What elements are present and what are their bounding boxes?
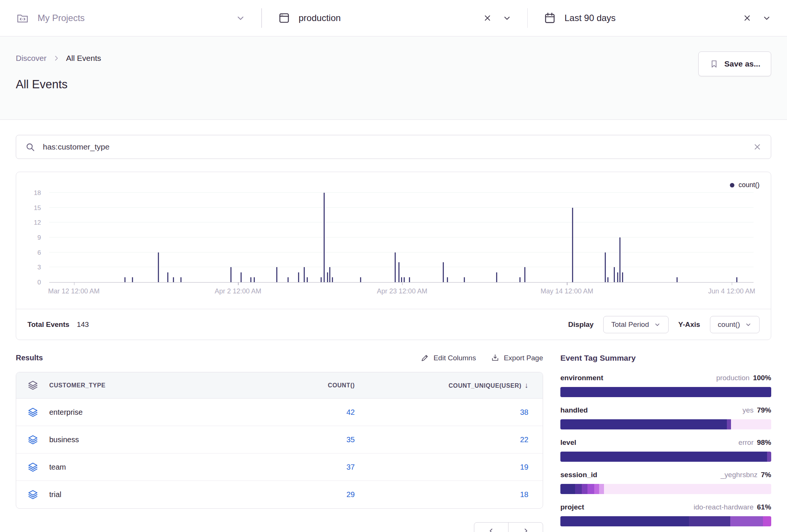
chevron-down-icon (654, 321, 661, 328)
chart-bar[interactable] (443, 262, 444, 282)
clear-environment-icon[interactable] (483, 14, 492, 23)
chart-bar[interactable] (298, 272, 299, 282)
tag-name[interactable]: project (560, 503, 584, 511)
chart-bar[interactable] (132, 277, 133, 282)
display-select[interactable]: Total Period (603, 316, 668, 333)
chart-bar[interactable] (329, 267, 330, 282)
chevron-down-icon[interactable] (236, 13, 245, 23)
chart-bar[interactable] (496, 272, 497, 282)
chart-bar[interactable] (619, 237, 621, 282)
cell-count[interactable]: 37 (227, 463, 355, 472)
chart-bar[interactable] (230, 267, 232, 282)
chart-bar[interactable] (401, 277, 402, 282)
tag-distribution-bar[interactable] (560, 387, 771, 397)
chart-bar[interactable] (173, 277, 174, 282)
chart-bar[interactable] (395, 252, 396, 282)
tag-name[interactable]: session_id (560, 471, 597, 479)
tag-percent: 98% (757, 438, 771, 447)
table-row: enterprise 42 38 (16, 399, 543, 426)
chart-bar[interactable] (409, 277, 410, 282)
chart-bar[interactable] (519, 277, 521, 282)
chart-bar[interactable] (447, 277, 448, 282)
edit-columns-button[interactable]: Edit Columns (421, 354, 476, 362)
chart-bar[interactable] (677, 277, 678, 282)
cell-count-unique[interactable]: 38 (355, 408, 543, 417)
chart-bar[interactable] (327, 272, 328, 282)
chart-bar[interactable] (622, 272, 623, 282)
tag-distribution-bar[interactable] (560, 484, 771, 494)
chart-bar[interactable] (607, 277, 608, 282)
yaxis-select[interactable]: count() (710, 316, 760, 333)
tag-bar-segment (599, 484, 604, 494)
stack-icon[interactable] (16, 489, 49, 500)
chart-bar[interactable] (167, 272, 168, 282)
tag-distribution-bar[interactable] (560, 419, 771, 429)
stack-icon[interactable] (16, 407, 49, 418)
previous-page-button[interactable] (474, 522, 509, 532)
tag-bar-segment (560, 452, 767, 462)
chart-bar[interactable] (572, 208, 573, 282)
chart-bar[interactable] (180, 277, 182, 282)
table-row: business 35 22 (16, 426, 543, 453)
chart-bar[interactable] (307, 277, 308, 282)
chart-bar[interactable] (398, 262, 400, 282)
environment-selector[interactable]: production (262, 0, 527, 36)
tag-name[interactable]: environment (560, 374, 603, 382)
stack-icon[interactable] (16, 462, 49, 473)
save-as-button[interactable]: Save as... (698, 51, 771, 76)
tag-name[interactable]: level (560, 438, 576, 447)
cell-count[interactable]: 29 (227, 490, 355, 499)
chart-bar[interactable] (124, 277, 126, 282)
chart-bar[interactable] (617, 272, 618, 282)
chart-bar[interactable] (404, 277, 405, 282)
cell-count-unique[interactable]: 19 (355, 463, 543, 472)
search-input[interactable]: has:customer_type (16, 135, 771, 159)
project-selector[interactable]: My Projects (0, 0, 261, 36)
tag-top-value: production (716, 374, 750, 382)
chart-bar[interactable] (605, 252, 606, 282)
chevron-down-icon[interactable] (762, 14, 771, 23)
tag-bar-segment (575, 484, 582, 494)
column-header-customer-type[interactable]: CUSTOMER_TYPE (49, 382, 227, 389)
chart-bar[interactable] (254, 277, 255, 282)
cell-count-unique[interactable]: 22 (355, 435, 543, 444)
column-header-count[interactable]: COUNT() (227, 382, 355, 389)
export-page-button[interactable]: Export Page (491, 354, 543, 362)
chart-bar[interactable] (324, 193, 325, 282)
tag-top-value: yes (742, 406, 754, 414)
daterange-selector[interactable]: Last 90 days (528, 0, 787, 36)
tag-distribution-bar[interactable] (560, 516, 771, 526)
results-table: CUSTOMER_TYPE COUNT() COUNT_UNIQUE(USER)… (16, 372, 543, 509)
chart-bar[interactable] (360, 277, 361, 282)
chart-bar[interactable] (321, 277, 322, 282)
cell-count-unique[interactable]: 18 (355, 490, 543, 499)
legend-dot-icon (730, 183, 734, 187)
tag-name[interactable]: handled (560, 406, 588, 414)
chart-bar[interactable] (332, 277, 333, 282)
stack-icon[interactable] (16, 434, 49, 445)
cell-count[interactable]: 35 (227, 435, 355, 444)
breadcrumb-discover-link[interactable]: Discover (16, 54, 47, 63)
chart-bar[interactable] (250, 277, 251, 282)
chart-bar[interactable] (276, 267, 277, 282)
column-header-count-unique[interactable]: COUNT_UNIQUE(USER)↓ (355, 381, 543, 390)
chevron-down-icon[interactable] (502, 14, 512, 23)
y-axis-tick-label: 6 (38, 249, 41, 257)
cell-customer-type: enterprise (49, 408, 227, 417)
chart-bar[interactable] (241, 272, 242, 282)
chart-bar[interactable] (158, 252, 159, 282)
cell-count[interactable]: 42 (227, 408, 355, 417)
chart-y-axis: 0369121518 (16, 187, 45, 283)
clear-daterange-icon[interactable] (743, 14, 752, 23)
next-page-button[interactable] (508, 522, 543, 532)
clear-search-icon[interactable] (753, 142, 762, 151)
x-axis-tickmark (238, 282, 239, 285)
chart-bar[interactable] (524, 267, 525, 282)
chart-bar[interactable] (288, 277, 289, 282)
chart-bar[interactable] (614, 267, 615, 282)
chart-bar[interactable] (464, 277, 465, 282)
tag-distribution-bar[interactable] (560, 452, 771, 462)
chart-bar[interactable] (736, 277, 737, 282)
chart-bar[interactable] (304, 267, 305, 282)
chart-plot[interactable]: Mar 12 12:00 AMApr 2 12:00 AMApr 23 12:0… (49, 187, 754, 283)
